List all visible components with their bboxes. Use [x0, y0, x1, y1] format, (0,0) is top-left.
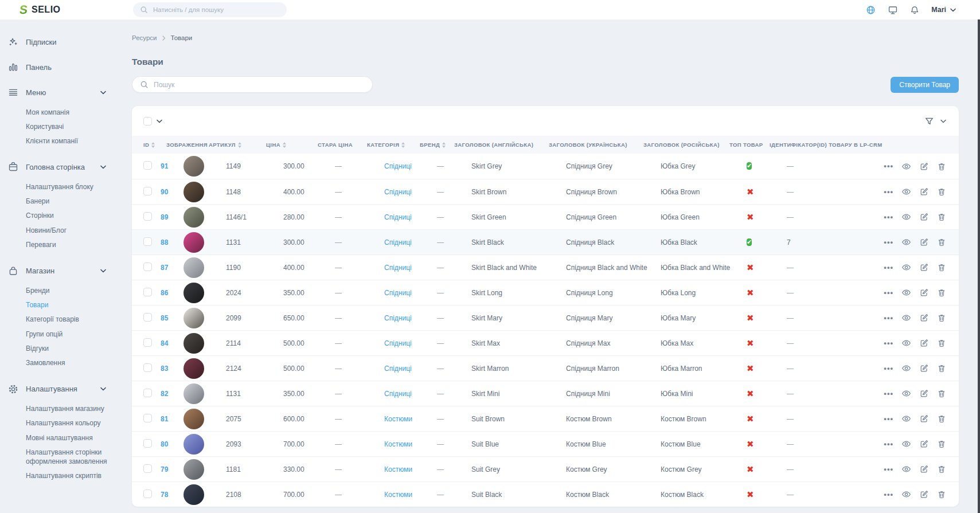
row-checkbox[interactable] [143, 389, 152, 397]
row-checkbox[interactable] [143, 288, 152, 296]
product-image[interactable] [183, 409, 204, 429]
sort-arrows-icon[interactable] [151, 142, 155, 148]
sidebar-section-header[interactable]: Панель [8, 54, 121, 80]
delete-button[interactable] [937, 263, 946, 272]
product-id-link[interactable]: 87 [161, 264, 168, 272]
product-id-link[interactable]: 83 [161, 365, 168, 373]
globe-icon[interactable] [866, 5, 876, 15]
view-button[interactable] [901, 464, 911, 474]
sort-arrows-icon[interactable] [283, 142, 286, 148]
delete-button[interactable] [937, 162, 946, 171]
product-id-link[interactable]: 91 [161, 162, 168, 170]
more-actions-button[interactable]: ••• [884, 391, 893, 397]
row-checkbox[interactable] [143, 464, 152, 473]
edit-button[interactable] [919, 313, 929, 323]
view-button[interactable] [901, 237, 911, 247]
product-id-link[interactable]: 85 [161, 314, 168, 322]
edit-button[interactable] [919, 212, 929, 222]
more-actions-button[interactable]: ••• [884, 189, 893, 195]
product-id-link[interactable]: 80 [161, 440, 168, 448]
column-header[interactable]: КАТЕГОРІЯ [367, 142, 420, 148]
user-menu[interactable]: Mari [931, 6, 956, 14]
delete-button[interactable] [937, 464, 946, 474]
view-button[interactable] [901, 363, 911, 373]
more-actions-button[interactable]: ••• [884, 467, 893, 472]
sidebar-item[interactable]: Налаштування скриптів [26, 469, 107, 483]
row-checkbox[interactable] [143, 187, 152, 195]
view-button[interactable] [901, 187, 911, 197]
sidebar-section-header[interactable]: Меню [8, 80, 121, 105]
category-link[interactable]: Спідниці [384, 339, 412, 347]
delete-button[interactable] [937, 363, 946, 373]
product-image[interactable] [183, 358, 204, 379]
row-checkbox[interactable] [143, 212, 152, 221]
view-button[interactable] [901, 338, 911, 348]
category-link[interactable]: Спідниці [384, 213, 412, 221]
view-button[interactable] [901, 414, 911, 424]
edit-button[interactable] [919, 363, 929, 373]
sidebar-item[interactable]: Банери [26, 194, 107, 209]
column-header[interactable]: ЦІНА [266, 142, 318, 148]
row-checkbox[interactable] [143, 263, 152, 271]
sidebar-item[interactable]: Категорії товарів [26, 312, 107, 327]
product-image[interactable] [183, 308, 204, 328]
column-header[interactable]: ID [143, 142, 166, 148]
category-link[interactable]: Костюми [384, 491, 412, 499]
sidebar-item[interactable]: Новини/Блог [26, 223, 107, 237]
delete-button[interactable] [937, 237, 946, 247]
sort-arrows-icon[interactable] [442, 142, 446, 148]
sidebar-item[interactable]: Групи опцій [26, 327, 107, 341]
view-button[interactable] [901, 313, 911, 323]
category-link[interactable]: Костюми [384, 465, 412, 473]
product-image[interactable] [183, 283, 204, 303]
product-id-link[interactable]: 81 [161, 415, 168, 423]
sidebar-item[interactable]: Мовні налаштування [26, 430, 107, 445]
category-link[interactable]: Спідниці [384, 289, 412, 297]
sort-arrows-icon[interactable] [401, 142, 405, 148]
sidebar-item[interactable]: Бренди [26, 284, 107, 298]
page-scrollbar[interactable] [978, 0, 980, 513]
view-button[interactable] [901, 288, 911, 297]
breadcrumb-root[interactable]: Ресурси [132, 34, 157, 41]
product-id-link[interactable]: 90 [161, 188, 168, 196]
delete-button[interactable] [937, 389, 946, 398]
edit-button[interactable] [919, 489, 929, 499]
category-link[interactable]: Спідниці [384, 390, 412, 398]
sidebar-item[interactable]: Переваги [26, 237, 107, 252]
sidebar-section-header[interactable]: Підписки [8, 29, 121, 54]
category-link[interactable]: Костюми [384, 415, 412, 423]
bell-icon[interactable] [910, 5, 919, 15]
sidebar-item[interactable]: Клієнти компанії [26, 134, 107, 148]
sidebar-item[interactable]: Налаштування магазину [26, 402, 107, 416]
category-link[interactable]: Спідниці [384, 314, 412, 322]
edit-button[interactable] [919, 464, 929, 474]
row-checkbox[interactable] [143, 237, 152, 246]
product-id-link[interactable]: 88 [161, 238, 168, 246]
row-checkbox[interactable] [143, 439, 152, 448]
view-button[interactable] [901, 162, 911, 171]
delete-button[interactable] [937, 288, 946, 297]
view-button[interactable] [901, 212, 911, 222]
product-image[interactable] [183, 333, 204, 354]
delete-button[interactable] [937, 338, 946, 348]
more-actions-button[interactable]: ••• [884, 366, 893, 371]
more-actions-button[interactable]: ••• [884, 214, 893, 220]
more-actions-button[interactable]: ••• [884, 416, 893, 422]
sidebar-section-header[interactable]: Головна сторінка [8, 155, 121, 180]
sidebar-item[interactable]: Налаштування кольору [26, 416, 107, 430]
product-image[interactable] [183, 156, 204, 177]
column-header[interactable]: БРЕНД [420, 142, 454, 148]
filter-chevron-icon[interactable] [940, 119, 946, 123]
product-image[interactable] [183, 182, 204, 202]
row-checkbox[interactable] [143, 313, 152, 322]
product-id-link[interactable]: 84 [161, 339, 168, 347]
product-image[interactable] [183, 383, 204, 404]
more-actions-button[interactable]: ••• [884, 441, 893, 447]
sidebar-section-header[interactable]: Налаштування [8, 377, 121, 402]
more-actions-button[interactable]: ••• [884, 265, 893, 271]
category-link[interactable]: Спідниці [384, 188, 412, 196]
more-actions-button[interactable]: ••• [884, 290, 893, 296]
view-button[interactable] [901, 389, 911, 398]
product-id-link[interactable]: 89 [161, 213, 168, 221]
delete-button[interactable] [937, 414, 946, 424]
